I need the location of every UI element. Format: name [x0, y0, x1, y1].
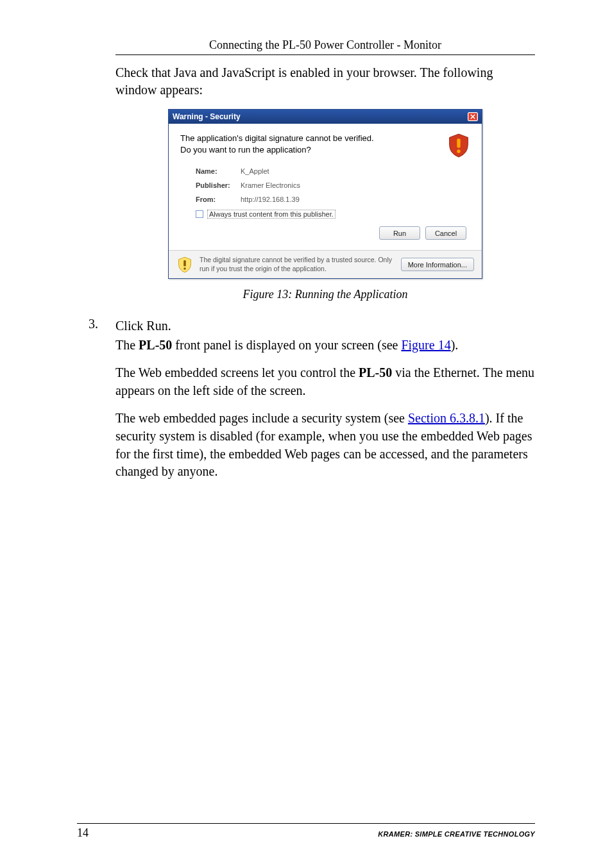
intro-paragraph: Check that Java and JavaScript is enable…: [115, 64, 535, 99]
warning-shield-small-icon: [176, 256, 193, 273]
dialog-footer: The digital signature cannot be verified…: [169, 250, 482, 278]
step-number: 3.: [77, 317, 115, 354]
step-line1: Click Run.: [115, 317, 535, 335]
page-header: Connecting the PL-50 Power Controller - …: [115, 38, 535, 55]
svg-rect-2: [183, 260, 186, 266]
dialog-fields: Name: K_Applet Publisher: Kramer Electro…: [180, 167, 470, 203]
svg-point-1: [457, 149, 460, 153]
footer-brand: KRAMER: SIMPLE CREATIVE TECHNOLOGY: [378, 830, 535, 838]
paragraph-2: The web embedded pages include a securit…: [115, 410, 535, 480]
close-button[interactable]: [468, 112, 478, 121]
more-information-button[interactable]: More Information...: [401, 258, 474, 271]
dialog-message-line1: The application's digital signature cann…: [180, 133, 374, 143]
page-footer: 14 KRAMER: SIMPLE CREATIVE TECHNOLOGY: [77, 823, 535, 840]
warning-shield-icon: [447, 133, 470, 158]
section-link[interactable]: Section 6.3.8.1: [408, 411, 485, 425]
dialog-title-text: Warning - Security: [173, 112, 241, 121]
cancel-button[interactable]: Cancel: [425, 226, 466, 240]
page-number: 14: [77, 826, 89, 840]
svg-point-3: [183, 267, 186, 270]
figure-14-link[interactable]: Figure 14: [401, 338, 450, 352]
dialog-body: The application's digital signature cann…: [169, 124, 482, 250]
trust-label: Always trust content from this publisher…: [207, 210, 336, 219]
name-label: Name:: [196, 167, 241, 175]
dialog-footer-text: The digital signature cannot be verified…: [200, 256, 395, 273]
publisher-label: Publisher:: [196, 181, 241, 189]
from-label: From:: [196, 196, 241, 203]
step-3: 3. Click Run. The PL-50 front panel is d…: [77, 317, 535, 354]
dialog-titlebar: Warning - Security: [169, 110, 482, 124]
step-line2: The PL-50 front panel is displayed on yo…: [115, 336, 535, 354]
paragraph-1: The Web embedded screens let you control…: [115, 364, 535, 399]
svg-rect-0: [457, 138, 460, 147]
publisher-value: Kramer Electronics: [241, 181, 300, 189]
security-warning-dialog: Warning - Security The application's dig…: [168, 109, 482, 279]
run-button[interactable]: Run: [379, 226, 420, 240]
dialog-button-row: Run Cancel: [180, 226, 470, 240]
trust-checkbox-row: Always trust content from this publisher…: [180, 210, 470, 219]
figure-caption: Figure 13: Running the Application: [115, 288, 535, 301]
dialog-container: Warning - Security The application's dig…: [115, 109, 535, 279]
close-icon: [470, 114, 475, 119]
dialog-message: The application's digital signature cann…: [180, 133, 447, 155]
name-value: K_Applet: [241, 167, 269, 175]
dialog-message-line2: Do you want to run the application?: [180, 145, 311, 154]
from-value: http://192.168.1.39: [241, 196, 300, 203]
trust-checkbox[interactable]: [196, 210, 203, 218]
